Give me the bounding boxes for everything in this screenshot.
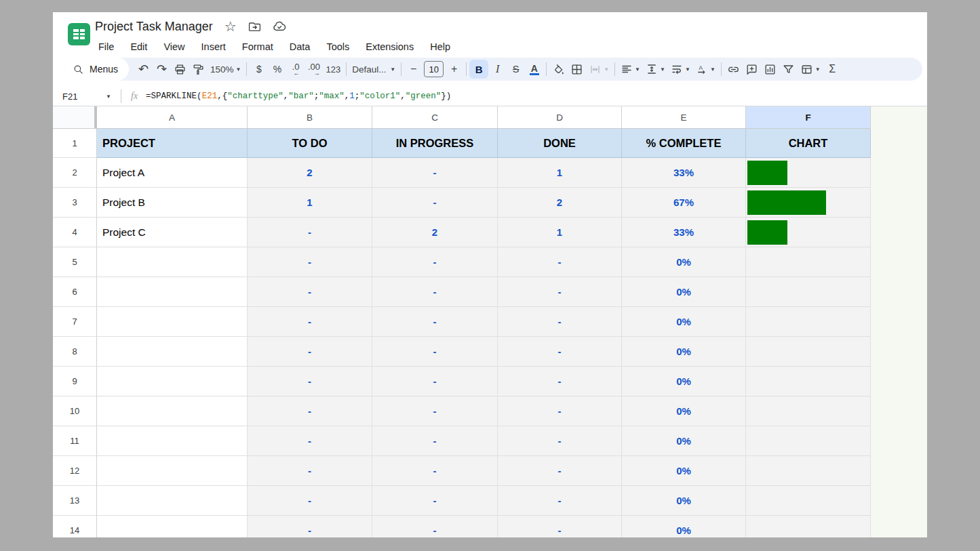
name-box[interactable]: F21 ▼ (53, 91, 118, 102)
cell-E3[interactable]: 67% (622, 188, 746, 218)
column-header-C[interactable]: C (372, 106, 498, 129)
cell-D9[interactable]: - (498, 367, 622, 396)
cell-B10[interactable]: - (248, 396, 372, 426)
cell-D5[interactable]: - (498, 247, 622, 277)
menu-tools[interactable]: Tools (321, 40, 354, 54)
create-filter-button[interactable] (779, 60, 798, 79)
cell-B11[interactable]: - (248, 426, 372, 456)
column-header-A[interactable]: A (97, 106, 248, 129)
cell-B6[interactable]: - (248, 277, 372, 307)
cell-E10[interactable]: 0% (622, 396, 746, 426)
menu-insert[interactable]: Insert (197, 40, 231, 54)
row-header-3[interactable]: 3 (53, 188, 97, 218)
cell-E11[interactable]: 0% (622, 426, 746, 456)
cell-D8[interactable]: - (498, 337, 622, 367)
borders-button[interactable] (568, 60, 586, 79)
cell-A5[interactable] (97, 247, 248, 277)
menu-help[interactable]: Help (425, 40, 455, 54)
cell-C11[interactable]: - (372, 426, 498, 456)
cell-E8[interactable]: 0% (622, 337, 746, 367)
cell-F9[interactable] (746, 367, 871, 396)
cell-E6[interactable]: 0% (622, 277, 746, 307)
row-header-12[interactable]: 12 (53, 456, 97, 486)
cell-E2[interactable]: 33% (622, 158, 746, 188)
cell-F1[interactable]: CHART (746, 129, 871, 158)
table-views-button[interactable]: ▼ (798, 60, 823, 79)
cell-F8[interactable] (746, 337, 871, 367)
increase-font-size-button[interactable]: + (445, 60, 463, 79)
column-header-E[interactable]: E (622, 106, 746, 129)
cell-C4[interactable]: 2 (372, 218, 498, 247)
move-to-folder-icon[interactable] (248, 20, 261, 33)
cell-E13[interactable]: 0% (622, 486, 746, 516)
column-header-B[interactable]: B (248, 106, 372, 129)
cell-C6[interactable]: - (372, 277, 498, 307)
row-header-14[interactable]: 14 (53, 516, 97, 537)
cell-E5[interactable]: 0% (622, 247, 746, 277)
more-formats-button[interactable]: 123 (323, 60, 343, 79)
cell-A7[interactable] (97, 307, 248, 337)
format-percent-button[interactable]: % (268, 60, 286, 79)
cell-E9[interactable]: 0% (622, 367, 746, 396)
row-header-7[interactable]: 7 (53, 307, 97, 337)
cell-A3[interactable]: Project B (97, 188, 248, 218)
cell-D3[interactable]: 2 (498, 188, 622, 218)
cell-F4[interactable] (746, 218, 871, 247)
cell-A9[interactable] (97, 367, 248, 396)
cloud-saved-icon[interactable] (273, 20, 286, 33)
row-header-11[interactable]: 11 (53, 426, 97, 456)
menu-view[interactable]: View (159, 40, 189, 54)
star-icon[interactable]: ☆ (224, 18, 237, 35)
cell-A6[interactable] (97, 277, 248, 307)
cell-F3[interactable] (746, 188, 871, 218)
horizontal-align-button[interactable]: ▼ (618, 60, 643, 79)
print-button[interactable] (171, 60, 189, 79)
menus-search[interactable]: Menus (64, 58, 129, 81)
decrease-decimal-button[interactable]: .0← (286, 60, 305, 79)
column-header-D[interactable]: D (498, 106, 622, 129)
cell-E4[interactable]: 33% (622, 218, 746, 247)
menu-format[interactable]: Format (237, 40, 278, 54)
cell-D4[interactable]: 1 (498, 218, 622, 247)
cell-D13[interactable]: - (498, 486, 622, 516)
font-size-input[interactable]: 10 (424, 61, 444, 77)
text-rotation-button[interactable]: A ▼ (693, 60, 718, 79)
cell-C7[interactable]: - (372, 307, 498, 337)
cell-F13[interactable] (746, 486, 871, 516)
bold-button[interactable]: B (469, 60, 488, 79)
row-header-6[interactable]: 6 (53, 277, 97, 307)
document-title[interactable]: Project Task Manager (95, 20, 213, 34)
cell-F14[interactable] (746, 516, 871, 537)
cell-E1[interactable]: % COMPLETE (622, 129, 746, 158)
cell-C9[interactable]: - (372, 367, 498, 396)
cell-E7[interactable]: 0% (622, 307, 746, 337)
cell-A2[interactable]: Project A (97, 158, 248, 188)
cell-C13[interactable]: - (372, 486, 498, 516)
cell-A1[interactable]: PROJECT (97, 129, 248, 158)
increase-decimal-button[interactable]: .00→ (305, 60, 323, 79)
cell-B7[interactable]: - (248, 307, 372, 337)
cell-B13[interactable]: - (248, 486, 372, 516)
column-header-F[interactable]: F (746, 106, 871, 129)
row-header-1[interactable]: 1 (53, 129, 97, 158)
cell-C2[interactable]: - (372, 158, 498, 188)
text-color-button[interactable]: A (525, 60, 543, 79)
cell-F12[interactable] (746, 456, 871, 486)
row-header-10[interactable]: 10 (53, 396, 97, 426)
select-all-corner[interactable] (53, 106, 97, 129)
paint-format-button[interactable] (189, 60, 208, 79)
menu-data[interactable]: Data (285, 40, 315, 54)
cell-C8[interactable]: - (372, 337, 498, 367)
redo-button[interactable]: ↷ (153, 60, 171, 79)
vertical-align-button[interactable]: ▼ (643, 60, 668, 79)
cell-A12[interactable] (97, 456, 248, 486)
cell-B8[interactable]: - (248, 337, 372, 367)
cell-C12[interactable]: - (372, 456, 498, 486)
cell-A8[interactable] (97, 337, 248, 367)
cell-D10[interactable]: - (498, 396, 622, 426)
row-header-5[interactable]: 5 (53, 247, 97, 277)
cell-B4[interactable]: - (248, 218, 372, 247)
cell-A14[interactable] (97, 516, 248, 537)
cell-F5[interactable] (746, 247, 871, 277)
cell-F2[interactable] (746, 158, 871, 188)
